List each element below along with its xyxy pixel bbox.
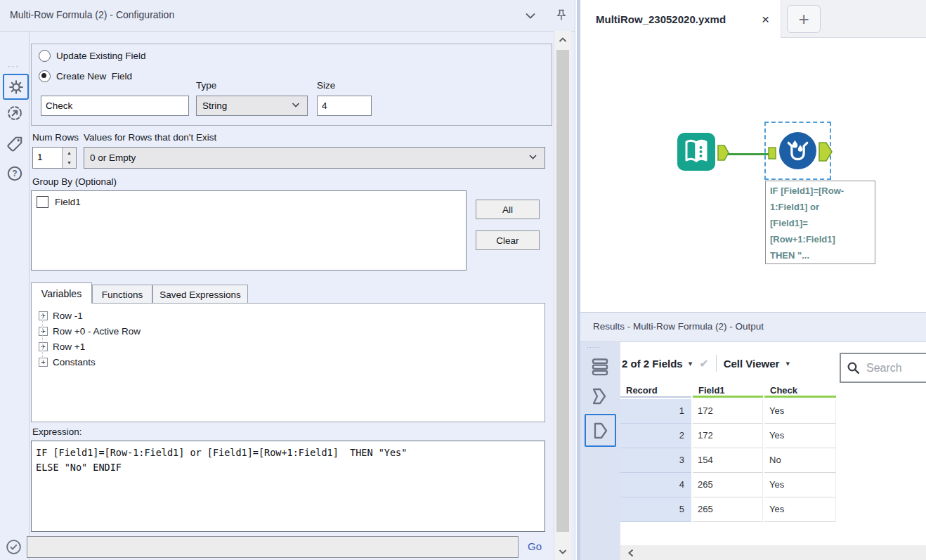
column-header-record[interactable]: Record bbox=[620, 384, 691, 398]
scrollbar-thumb[interactable] bbox=[556, 50, 569, 532]
list-item-field1[interactable]: Field1 bbox=[37, 196, 466, 208]
workflow-canvas[interactable]: IF [Field1]=[Row- 1:Field1] or [Field1]=… bbox=[580, 38, 926, 312]
table-cell[interactable]: 5 bbox=[620, 497, 691, 522]
table-cell[interactable]: 265 bbox=[693, 473, 763, 497]
multirow-input-anchor[interactable] bbox=[768, 147, 776, 162]
drag-handle-icon[interactable]: ····· bbox=[587, 344, 601, 351]
collapse-panel-button[interactable] bbox=[524, 11, 537, 25]
results-horizontal-scrollbar[interactable] bbox=[620, 545, 926, 560]
data-view-button[interactable] bbox=[589, 356, 611, 380]
new-field-name-input[interactable] bbox=[41, 96, 189, 116]
pin-icon bbox=[554, 8, 568, 22]
radio-update-existing-field[interactable] bbox=[39, 50, 51, 62]
scroll-down-button[interactable] bbox=[554, 543, 571, 560]
table-cell[interactable]: Yes bbox=[764, 473, 836, 497]
sidebar-item-help[interactable]: ? bbox=[6, 164, 24, 183]
tree-item-row-plus-1[interactable]: + Row +1 bbox=[32, 339, 544, 354]
expression-editor[interactable]: IF [Field1]=[Row-1:Field1] or [Field1]=[… bbox=[31, 441, 545, 532]
sidebar-item-configuration[interactable] bbox=[3, 74, 29, 100]
tree-expander-icon[interactable]: + bbox=[39, 311, 48, 320]
chevron-down-icon[interactable]: ▾ bbox=[689, 359, 693, 368]
results-panel: Results - Multi-Row Formula (2) - Output… bbox=[580, 312, 926, 560]
tree-item-row-minus-1[interactable]: + Row -1 bbox=[32, 308, 544, 323]
chevron-left-icon bbox=[627, 549, 634, 557]
valid-expression-status bbox=[5, 538, 22, 559]
more-options-icon[interactable]: ··· bbox=[8, 62, 20, 70]
table-cell[interactable]: 1 bbox=[620, 399, 691, 424]
tree-item-constants[interactable]: + Constants bbox=[32, 354, 544, 370]
chevron-down-icon bbox=[291, 100, 301, 111]
table-cell[interactable]: Yes bbox=[764, 424, 836, 448]
chevron-up-icon bbox=[559, 37, 567, 43]
tab-variables[interactable]: Variables bbox=[31, 282, 92, 304]
search-input[interactable] bbox=[865, 361, 924, 375]
svg-text:?: ? bbox=[12, 169, 17, 178]
tool-annotation[interactable]: IF [Field1]=[Row- 1:Field1] or [Field1]=… bbox=[765, 181, 875, 264]
table-cell[interactable]: 4 bbox=[620, 473, 691, 497]
scroll-up-button[interactable] bbox=[554, 31, 571, 48]
cell-viewer-dropdown[interactable]: Cell Viewer bbox=[724, 358, 780, 370]
tab-saved-expressions[interactable]: Saved Expressions bbox=[152, 285, 248, 304]
connection-line[interactable] bbox=[728, 153, 770, 155]
fields-dropdown[interactable]: 2 of 2 Fields bbox=[622, 358, 683, 370]
input-data-tool-icon bbox=[677, 132, 716, 171]
tool-multi-row-formula[interactable] bbox=[778, 131, 818, 174]
spinner-down-button[interactable]: ▼ bbox=[63, 158, 76, 169]
chevron-down-icon bbox=[528, 152, 538, 163]
size-input[interactable] bbox=[317, 96, 372, 116]
type-select[interactable]: String bbox=[196, 96, 308, 116]
tree-expander-icon[interactable]: + bbox=[39, 327, 48, 336]
table-cell[interactable]: 3 bbox=[620, 448, 691, 473]
table-cell[interactable]: 172 bbox=[693, 424, 763, 448]
sidebar-item-annotation[interactable] bbox=[6, 135, 24, 153]
num-rows-stepper[interactable]: 1 ▲ ▼ bbox=[32, 147, 77, 169]
apply-check-icon: ✔ bbox=[699, 357, 708, 370]
column-header-field1[interactable]: Field1 bbox=[693, 384, 763, 398]
new-workflow-button[interactable]: + bbox=[787, 5, 821, 33]
output-anchor-icon bbox=[590, 420, 611, 441]
all-button[interactable]: All bbox=[476, 200, 540, 219]
tool-input-data[interactable] bbox=[677, 132, 716, 174]
checkbox-field1[interactable] bbox=[37, 196, 48, 208]
values-rows-select[interactable]: 0 or Empty bbox=[84, 147, 545, 169]
config-scrollbar[interactable] bbox=[554, 31, 571, 560]
spinner-up-button[interactable]: ▲ bbox=[63, 148, 76, 158]
table-cell[interactable]: Yes bbox=[764, 497, 836, 522]
pin-panel-button[interactable] bbox=[554, 8, 568, 25]
config-sidebar: ··· ? bbox=[0, 31, 30, 560]
table-cell[interactable]: 2 bbox=[620, 424, 691, 448]
output-connection-button[interactable] bbox=[585, 414, 616, 447]
table-cell[interactable]: 154 bbox=[693, 448, 763, 473]
table-cell[interactable]: 172 bbox=[693, 399, 763, 424]
radio-update-label: Update Existing Field bbox=[56, 51, 146, 61]
table-cell[interactable]: Yes bbox=[764, 399, 836, 424]
workflow-tab[interactable]: MultiRow_23052020.yxmd × bbox=[580, 0, 781, 38]
gear-icon bbox=[8, 79, 25, 96]
tab-functions[interactable]: Functions bbox=[92, 285, 152, 304]
column-header-check[interactable]: Check bbox=[764, 384, 836, 398]
alteryx-designer-window: Multi-Row Formula (2) - Configuration ··… bbox=[0, 0, 926, 560]
chevron-down-icon[interactable]: ▾ bbox=[785, 359, 790, 368]
tree-expander-icon[interactable]: + bbox=[39, 342, 48, 351]
input-connection-button[interactable] bbox=[589, 386, 611, 410]
table-cell[interactable]: No bbox=[764, 448, 836, 473]
results-anchor-strip: ····· bbox=[580, 342, 620, 560]
size-label: Size bbox=[317, 80, 335, 91]
close-icon[interactable]: × bbox=[762, 13, 769, 26]
table-cell[interactable]: 265 bbox=[693, 497, 763, 522]
sidebar-item-workflow[interactable] bbox=[6, 104, 24, 122]
multirow-output-anchor[interactable] bbox=[819, 142, 833, 164]
radio-create-new-field[interactable] bbox=[39, 70, 51, 82]
tree-expander-icon[interactable]: + bbox=[39, 358, 48, 367]
go-button[interactable]: Go bbox=[528, 540, 542, 552]
quick-search-input[interactable] bbox=[27, 536, 519, 558]
input-anchor-icon bbox=[768, 147, 776, 159]
type-label: Type bbox=[196, 80, 216, 91]
search-icon bbox=[847, 361, 860, 375]
workflow-tab-title: MultiRow_23052020.yxmd bbox=[596, 13, 726, 25]
run-circle-icon bbox=[6, 104, 24, 122]
config-panel-title: Multi-Row Formula (2) - Configuration bbox=[10, 9, 174, 20]
tree-item-row-0-active[interactable]: + Row +0 - Active Row bbox=[32, 323, 544, 339]
clear-button[interactable]: Clear bbox=[476, 230, 540, 250]
results-search-box[interactable] bbox=[840, 353, 926, 383]
